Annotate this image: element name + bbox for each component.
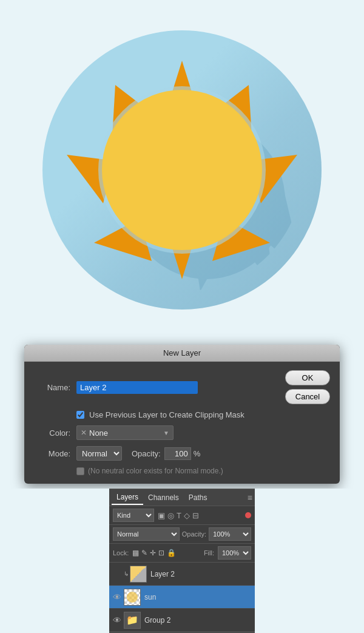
name-input[interactable] <box>76 381 198 394</box>
fill-select[interactable]: 100% <box>218 546 251 560</box>
panel-menu-icon[interactable]: ≡ <box>248 493 252 503</box>
dialog-title: New Layer <box>24 345 340 362</box>
color-row: Color: ✕ None ▼ <box>34 425 330 440</box>
opacity-select[interactable]: 100% <box>209 527 251 541</box>
lock-label: Lock: <box>113 549 129 557</box>
opacity-label: Opacity: <box>132 449 161 458</box>
clipping-mask-row: Use Previous Layer to Create Clipping Ma… <box>34 410 330 419</box>
blendmode-select[interactable]: Normal Multiply <box>113 527 180 541</box>
layers-tabs: Layers Channels Paths ≡ <box>109 489 255 506</box>
lock-move-icon[interactable]: ✛ <box>150 549 156 557</box>
kind-smart-icon[interactable]: ⊟ <box>192 511 199 520</box>
sun-layer-name: sun <box>144 593 156 601</box>
neutral-note-row: (No neutral color exists for Normal mode… <box>34 467 330 475</box>
lock-paint-icon[interactable]: ✎ <box>141 549 147 557</box>
lock-all-icon[interactable]: 🔒 <box>167 549 176 557</box>
ok-button[interactable]: OK <box>285 370 330 385</box>
dialog-buttons: OK Cancel <box>285 370 330 404</box>
lock-artboard-icon[interactable]: ⊡ <box>158 549 164 557</box>
mode-row: Mode: Normal Multiply Screen Opacity: % <box>34 446 330 461</box>
kind-pixel-icon[interactable]: ▣ <box>158 511 165 520</box>
lock-transparent-icon[interactable]: ▩ <box>132 549 139 557</box>
layers-panel-container: Layers Channels Paths ≡ Kind ▣ ◎ T ◇ ⊟ N… <box>0 489 364 633</box>
layer2-clip-arrow: ↳ <box>124 570 129 577</box>
layer2-name: Layer 2 <box>150 570 175 578</box>
sun-circle-background <box>42 30 322 310</box>
clipping-mask-label: Use Previous Layer to Create Clipping Ma… <box>89 410 244 419</box>
kind-select[interactable]: Kind <box>113 509 154 522</box>
clipping-mask-checkbox[interactable] <box>76 411 84 419</box>
opacity-input[interactable] <box>164 447 191 460</box>
sun-svg <box>55 42 309 297</box>
opacity-unit: % <box>194 449 201 458</box>
color-selector[interactable]: ✕ None ▼ <box>76 425 174 440</box>
layer-row-layer2[interactable]: ↳ Layer 2 <box>109 563 255 586</box>
fill-label: Fill: <box>204 549 214 557</box>
lock-icons: ▩ ✎ ✛ ⊡ 🔒 <box>132 549 176 557</box>
layer-row-sun[interactable]: 👁 sun <box>109 586 255 609</box>
tab-paths[interactable]: Paths <box>184 491 212 504</box>
tab-layers[interactable]: Layers <box>112 490 143 505</box>
sun-illustration <box>0 0 364 340</box>
tab-channels[interactable]: Channels <box>143 491 184 504</box>
blendmode-row: Normal Multiply Opacity: 100% <box>109 525 255 544</box>
layers-container: Layers Channels Paths ≡ Kind ▣ ◎ T ◇ ⊟ N… <box>109 489 255 633</box>
color-dropdown-arrow: ▼ <box>163 430 169 436</box>
opacity-label-sm: Opacity: <box>182 530 206 538</box>
kind-adjustment-icon[interactable]: ◎ <box>167 511 174 520</box>
layer-row-group2[interactable]: 👁 📁 Group 2 <box>109 609 255 632</box>
cancel-button[interactable]: Cancel <box>285 389 330 404</box>
kind-row: Kind ▣ ◎ T ◇ ⊟ <box>109 506 255 525</box>
sun-thumbnail <box>124 589 141 606</box>
neutral-note-text: (No neutral color exists for Normal mode… <box>88 467 223 475</box>
kind-type-icon[interactable]: T <box>177 511 181 520</box>
kind-filter-icons: ▣ ◎ T ◇ ⊟ <box>158 511 199 520</box>
group2-name: Group 2 <box>144 616 170 625</box>
dialog-body: Name: OK Cancel Use Previous Layer to Cr… <box>24 362 340 484</box>
mode-select[interactable]: Normal Multiply Screen <box>76 446 122 461</box>
color-value: None <box>89 428 163 438</box>
lock-row: Lock: ▩ ✎ ✛ ⊡ 🔒 Fill: 100% <box>109 544 255 563</box>
color-label: Color: <box>34 428 70 438</box>
dialog-overlay: New Layer Name: OK Cancel Use Previous L… <box>0 340 364 489</box>
red-dot-indicator <box>245 512 251 518</box>
sun-visibility-icon[interactable]: 👁 <box>113 592 124 602</box>
new-layer-dialog: New Layer Name: OK Cancel Use Previous L… <box>24 345 340 484</box>
kind-shape-icon[interactable]: ◇ <box>184 511 190 520</box>
color-x-icon: ✕ <box>81 428 87 437</box>
group2-thumbnail: 📁 <box>124 612 141 629</box>
group2-visibility-icon[interactable]: 👁 <box>113 615 124 625</box>
name-label: Name: <box>34 383 70 392</box>
layer2-thumbnail <box>130 566 147 583</box>
svg-point-16 <box>102 90 262 250</box>
neutral-checkbox <box>76 467 84 475</box>
mode-label: Mode: <box>34 449 70 458</box>
name-row: Name: OK Cancel <box>34 370 330 404</box>
